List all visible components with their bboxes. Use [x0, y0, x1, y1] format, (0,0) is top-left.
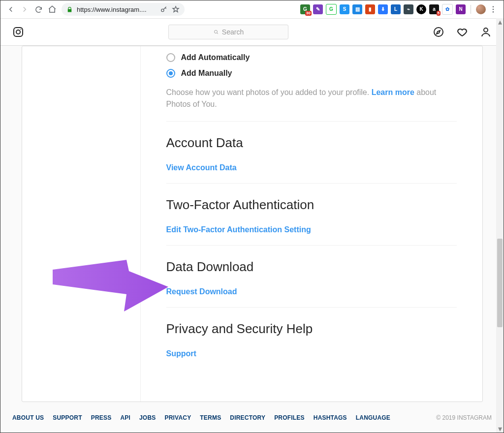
omnibox-actions	[160, 5, 180, 13]
svg-point-7	[214, 31, 217, 33]
extension-icon[interactable]: K	[416, 4, 426, 14]
svg-rect-4	[14, 28, 23, 36]
footer-link[interactable]: SUPPORT	[53, 414, 82, 421]
profile-icon[interactable]	[480, 26, 492, 38]
svg-point-8	[434, 28, 443, 36]
support-link[interactable]: Support	[166, 349, 196, 358]
extensions-row: G30 ✎ G S ▥ ▮ ⬇ L ⌁ K a5 ✿ N	[300, 4, 498, 15]
section-account-data: Account Data View Account Data	[166, 121, 457, 172]
extension-icon[interactable]: ⬇	[378, 4, 388, 14]
footer-link[interactable]: TERMS	[200, 414, 221, 421]
forward-button[interactable]	[20, 5, 29, 14]
radio-icon	[166, 53, 175, 62]
extension-icon[interactable]: G	[326, 4, 337, 15]
key-icon[interactable]	[160, 5, 168, 13]
extension-icon[interactable]: ✎	[313, 4, 323, 14]
svg-point-0	[161, 9, 164, 11]
search-icon	[213, 29, 219, 35]
section-title: Data Download	[166, 259, 457, 275]
radio-add-manually[interactable]: Add Manually	[166, 69, 457, 78]
request-download-link[interactable]: Request Download	[166, 287, 237, 296]
svg-point-2	[493, 9, 494, 10]
radio-icon	[166, 69, 175, 78]
svg-point-9	[484, 28, 488, 32]
search-placeholder: Search	[222, 28, 244, 36]
browser-toolbar: https://www.instagram.... G30 ✎ G S ▥ ▮ …	[0, 0, 504, 19]
chrome-menu-button[interactable]	[489, 5, 498, 14]
back-button[interactable]	[6, 5, 15, 14]
home-button[interactable]	[48, 5, 57, 14]
footer-link[interactable]: HASHTAGS	[314, 414, 347, 421]
section-data-download: Data Download Request Download	[166, 245, 457, 296]
scroll-up-icon[interactable]: ▴	[496, 18, 504, 26]
view-account-data-link[interactable]: View Account Data	[166, 163, 237, 172]
footer-link[interactable]: PROFILES	[274, 414, 305, 421]
scroll-thumb[interactable]	[497, 239, 503, 327]
edit-two-factor-link[interactable]: Edit Two-Factor Authentication Setting	[166, 225, 311, 234]
app-header: Search	[0, 19, 504, 46]
separator	[471, 5, 471, 14]
extension-icon[interactable]: N	[456, 4, 466, 14]
reload-button[interactable]	[34, 5, 43, 14]
url-text: https://www.instagram....	[77, 6, 156, 13]
footer: ABOUT US SUPPORT PRESS API JOBS PRIVACY …	[0, 402, 504, 433]
section-title: Two-Factor Authentication	[166, 197, 457, 213]
section-title: Privacy and Security Help	[166, 321, 457, 337]
footer-link[interactable]: LANGUAGE	[356, 414, 390, 421]
search-input[interactable]: Search	[168, 25, 288, 39]
section-two-factor: Two-Factor Authentication Edit Two-Facto…	[166, 183, 457, 234]
extension-icon[interactable]: ⌁	[404, 4, 413, 14]
footer-link[interactable]: PRIVACY	[164, 414, 191, 421]
address-bar[interactable]: https://www.instagram....	[62, 3, 185, 16]
svg-point-5	[16, 30, 20, 34]
star-icon[interactable]	[172, 5, 180, 13]
tagging-description: Choose how you want photos of you added …	[166, 87, 457, 110]
footer-copyright: © 2019 INSTAGRAM	[436, 414, 492, 421]
footer-link[interactable]: DIRECTORY	[230, 414, 265, 421]
footer-link[interactable]: API	[120, 414, 130, 421]
extension-icon[interactable]: L	[391, 4, 401, 14]
activity-heart-icon[interactable]	[456, 26, 468, 38]
extension-icon[interactable]: G30	[300, 4, 310, 14]
extension-icon[interactable]: S	[340, 4, 349, 14]
section-title: Account Data	[166, 135, 457, 151]
learn-more-link[interactable]: Learn more	[372, 88, 414, 96]
extension-icon[interactable]: ▥	[352, 4, 362, 14]
profile-avatar[interactable]	[476, 4, 486, 14]
instagram-logo-icon[interactable]	[12, 26, 24, 38]
svg-point-1	[493, 6, 494, 7]
scroll-down-icon[interactable]: ▾	[496, 425, 504, 433]
section-privacy-help: Privacy and Security Help Support	[166, 307, 457, 358]
vertical-scrollbar[interactable]: ▴ ▾	[496, 18, 504, 433]
footer-link[interactable]: JOBS	[139, 414, 156, 421]
svg-point-6	[21, 29, 22, 30]
settings-card: Add Automatically Add Manually Choose ho…	[22, 46, 483, 402]
settings-sidebar	[22, 46, 141, 402]
lock-icon	[66, 6, 73, 13]
explore-icon[interactable]	[433, 26, 444, 38]
extension-icon[interactable]: ✿	[442, 4, 453, 15]
extension-icon[interactable]: ▮	[365, 4, 375, 14]
svg-point-3	[493, 11, 494, 13]
settings-panel: Add Automatically Add Manually Choose ho…	[141, 46, 482, 402]
footer-link[interactable]: ABOUT US	[12, 414, 44, 421]
radio-add-automatically[interactable]: Add Automatically	[166, 53, 457, 62]
extension-icon[interactable]: a5	[429, 4, 439, 14]
footer-link[interactable]: PRESS	[91, 414, 112, 421]
